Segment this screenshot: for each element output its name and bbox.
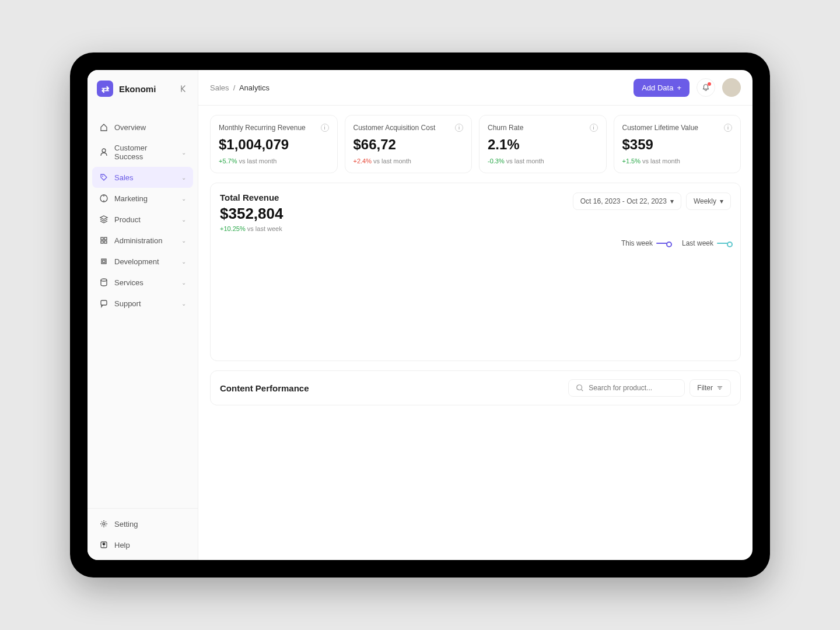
- revenue-chart[interactable]: [220, 252, 731, 351]
- tag-icon: [99, 173, 108, 182]
- grid-icon: [99, 236, 108, 245]
- svg-point-11: [103, 523, 105, 525]
- svg-rect-6: [104, 241, 107, 243]
- metric-value: $66,72: [354, 136, 464, 153]
- filter-icon: [716, 384, 723, 391]
- table-title: Content Performance: [220, 383, 309, 393]
- app-logo: ⇄: [97, 80, 113, 97]
- add-data-button[interactable]: Add Data +: [634, 79, 690, 97]
- metric-card-2: Churn Rate i 2.1% -0.3% vs last month: [479, 115, 607, 173]
- chevron-down-icon: ▾: [670, 197, 674, 205]
- svg-rect-7: [102, 259, 106, 264]
- chevron-down-icon: ▾: [720, 197, 723, 205]
- sidebar: ⇄ Ekonomi Overview Customer Success ⌄ Sa…: [88, 70, 198, 560]
- sidebar-item-label: Sales: [114, 173, 134, 182]
- svg-rect-5: [101, 241, 103, 243]
- collapse-sidebar-icon[interactable]: [179, 84, 188, 93]
- svg-rect-10: [101, 300, 107, 305]
- user-avatar[interactable]: [722, 78, 741, 97]
- chevron-down-icon: ⌄: [181, 216, 186, 223]
- filter-button[interactable]: Filter: [690, 379, 731, 397]
- svg-point-0: [102, 149, 106, 152]
- legend-last-week: Last week: [682, 239, 731, 247]
- brand-name: Ekonomi: [119, 84, 156, 94]
- interval-picker[interactable]: Weekly ▾: [686, 192, 731, 210]
- sidebar-item-administration[interactable]: Administration ⌄: [92, 230, 193, 251]
- metric-card-3: Customer Lifetime Value i $359 +1.5% vs …: [614, 115, 741, 173]
- sidebar-item-label: Customer Success: [114, 144, 176, 161]
- metric-delta: +1.5% vs last month: [622, 158, 733, 164]
- sidebar-item-label: Services: [114, 278, 144, 287]
- search-input[interactable]: [568, 379, 685, 397]
- chevron-down-icon: ⌄: [181, 174, 186, 181]
- svg-point-13: [577, 385, 582, 390]
- metric-delta: -0.3% vs last month: [488, 158, 598, 164]
- metric-delta: +2.4% vs last month: [354, 158, 464, 164]
- chevron-down-icon: ⌄: [181, 279, 186, 286]
- sidebar-footer: Setting Help: [88, 508, 198, 560]
- sidebar-item-label: Administration: [114, 236, 162, 245]
- info-icon[interactable]: i: [590, 124, 598, 132]
- chevron-down-icon: ⌄: [181, 149, 186, 156]
- sidebar-item-product[interactable]: Product ⌄: [92, 209, 193, 230]
- chevron-down-icon: ⌄: [181, 300, 186, 307]
- sidebar-item-overview[interactable]: Overview: [92, 117, 193, 138]
- sidebar-item-label: Overview: [114, 123, 146, 132]
- legend-this-week: This week: [621, 239, 670, 247]
- metrics-row: Monthly Recurring Revenue i $1,004,079 +…: [210, 115, 741, 173]
- total-revenue-card: Total Revenue $352,804 +10.25% vs last w…: [210, 183, 741, 361]
- svg-rect-4: [104, 237, 107, 240]
- sidebar-item-label: Marketing: [114, 194, 148, 203]
- database-icon: [99, 278, 108, 287]
- metric-card-0: Monthly Recurring Revenue i $1,004,079 +…: [210, 115, 338, 173]
- breadcrumb-current: Analytics: [239, 83, 270, 92]
- metric-value: 2.1%: [488, 136, 598, 153]
- sidebar-item-customer-success[interactable]: Customer Success ⌄: [92, 138, 193, 167]
- sidebar-item-label: Help: [114, 541, 130, 550]
- info-icon[interactable]: i: [724, 124, 732, 132]
- sidebar-item-development[interactable]: Development ⌄: [92, 251, 193, 272]
- sidebar-item-label: Support: [114, 299, 141, 308]
- metric-value: $1,004,079: [219, 136, 329, 153]
- chart-delta: +10.25% vs last week: [220, 225, 283, 232]
- breadcrumb: Sales / Analytics: [210, 83, 270, 92]
- gear-icon: [99, 519, 108, 528]
- svg-rect-8: [103, 260, 105, 262]
- sidebar-item-help[interactable]: Help: [92, 534, 193, 555]
- sidebar-item-sales[interactable]: Sales ⌄: [92, 167, 193, 188]
- layers-icon: [99, 215, 108, 224]
- sidebar-item-label: Setting: [114, 520, 138, 528]
- chart-title: Total Revenue: [220, 192, 283, 202]
- help-icon: [99, 540, 108, 550]
- metric-label: Churn Rate: [488, 124, 523, 132]
- metric-delta: +5.7% vs last month: [219, 158, 329, 164]
- message-icon: [99, 299, 108, 308]
- topbar: Sales / Analytics Add Data +: [198, 70, 752, 106]
- cpu-icon: [99, 257, 108, 266]
- svg-rect-3: [101, 237, 103, 240]
- chevron-down-icon: ⌄: [181, 258, 186, 265]
- svg-point-1: [102, 176, 103, 177]
- sidebar-item-marketing[interactable]: Marketing ⌄: [92, 188, 193, 209]
- info-icon[interactable]: i: [455, 124, 463, 132]
- sidebar-nav: Overview Customer Success ⌄ Sales ⌄ Mark…: [88, 107, 198, 508]
- metric-label: Monthly Recurring Revenue: [219, 124, 306, 132]
- user-icon: [99, 148, 108, 157]
- info-icon[interactable]: i: [321, 124, 329, 132]
- chevron-down-icon: ⌄: [181, 237, 186, 244]
- sidebar-item-services[interactable]: Services ⌄: [92, 272, 193, 293]
- notifications-button[interactable]: [696, 78, 715, 97]
- notification-dot: [708, 82, 711, 86]
- metric-label: Customer Acquisition Cost: [354, 124, 436, 132]
- chevron-down-icon: ⌄: [181, 195, 186, 202]
- chart-value: $352,804: [220, 205, 283, 223]
- breadcrumb-parent[interactable]: Sales: [210, 83, 229, 92]
- sidebar-item-support[interactable]: Support ⌄: [92, 293, 193, 314]
- date-range-picker[interactable]: Oct 16, 2023 - Oct 22, 2023 ▾: [573, 192, 681, 210]
- sidebar-item-label: Development: [114, 257, 159, 266]
- home-icon: [99, 123, 108, 132]
- plus-icon: +: [677, 83, 681, 92]
- sidebar-item-label: Product: [114, 215, 141, 224]
- sidebar-item-setting[interactable]: Setting: [92, 513, 193, 534]
- search-icon: [576, 384, 584, 392]
